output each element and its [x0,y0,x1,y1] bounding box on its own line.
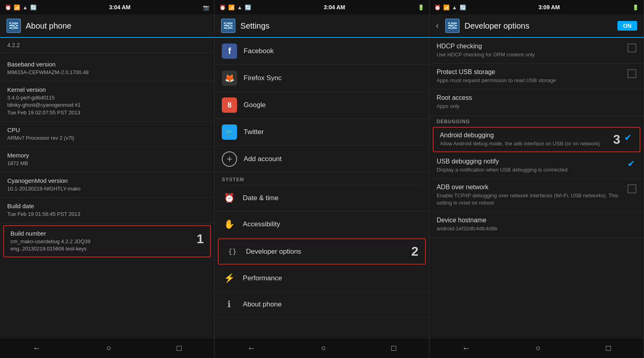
memory-value: 1872 MB [7,160,207,167]
kernel-label: Kernel version [7,86,207,93]
memory-item: Memory 1872 MB [0,147,214,172]
svg-rect-1 [9,25,18,26]
back-button-3[interactable]: ← [454,340,478,356]
panel2-title: Settings [240,21,269,31]
wifi-icon-3: 📶 [443,4,450,10]
version-number: 4.2.2 [0,38,214,53]
nav-bar-3: ← ○ □ [429,338,644,358]
cpu-label: CPU [7,126,207,133]
svg-point-15 [449,22,451,24]
protect-usb-text: Protect USB storage Apps must request pe… [437,68,623,84]
settings-icon-3 [445,19,460,33]
hdcp-item[interactable]: HDCP checking Use HDCP checking for DRM … [429,38,644,64]
status-bar-3: ⏰ 📶 ▲ 🔄 3:09 AM 🔋 [429,0,644,14]
signal-icon: ▲ [23,4,28,10]
about-list: Baseband version M9615A-CEFWMAZM-2.0.170… [0,53,214,338]
protect-usb-sub: Apps must request permission to read USB… [437,77,623,84]
svg-point-3 [11,22,13,24]
debugging-section-header: DEBUGGING [429,116,644,126]
adb-network-item[interactable]: ADB over network Enable TCP/IP debugging… [429,179,644,212]
kernel-item: Kernel version 3.4.0-perf-gd6d0115 blink… [0,81,214,122]
back-arrow-3[interactable]: ‹ [436,21,439,31]
alarm-icon-3: ⏰ [434,4,441,10]
status-icons-left-2: ⏰ 📶 ▲ 🔄 [219,4,251,10]
twitter-icon: 🐦 [222,124,237,140]
date-time-item[interactable]: ⏰ Date & time [215,185,429,211]
developer-options-panel: ⏰ 📶 ▲ 🔄 3:09 AM 🔋 ‹ Developer options ON [429,0,644,358]
date-time-icon: ⏰ [222,191,236,205]
usb-debug-checkmark: ✔ [627,159,635,169]
recent-button-2[interactable]: □ [383,340,404,356]
home-button-2[interactable]: ○ [313,340,334,356]
android-debugging-item[interactable]: Android debugging Allow Android debug mo… [433,127,640,152]
usb-debug-notify-checkbox[interactable]: ✔ [627,159,636,168]
hdcp-checkbox[interactable] [627,43,636,52]
developer-options-item[interactable]: {} Developer options 2 [218,238,425,265]
google-item[interactable]: 8 Google [215,92,429,119]
back-button-1[interactable]: ← [25,340,49,356]
add-account-icon: + [222,151,237,167]
developer-on-toggle[interactable]: ON [617,21,637,31]
nav-bar-1: ← ○ □ [0,338,214,358]
home-button-1[interactable]: ○ [98,340,119,356]
svg-point-16 [453,25,455,27]
status-icons-right-2: 🔋 [418,4,424,10]
settings-icon-1 [6,19,21,33]
build-date-label: Build date [7,203,207,209]
root-access-item[interactable]: Root access Apps only [429,89,644,115]
add-account-label: Add account [244,155,282,163]
device-hostname-text: Device hostname android-1ef32dfc4dfc4d9b [437,217,636,232]
step3-number: 3 [613,132,620,147]
about-phone-icon: ℹ [222,297,236,312]
on-toggle-container[interactable]: ON [617,22,637,29]
recent-button-3[interactable]: □ [598,340,619,356]
android-debugging-checkmark: ✔ [624,132,632,143]
cm-version-value: 10.1-20130219-NIGHTLY-mako [7,185,207,192]
svg-point-9 [225,22,227,24]
baseband-item: Baseband version M9615A-CEFWMAZM-2.0.170… [0,56,214,81]
performance-icon: ⚡ [222,271,236,286]
twitter-label: Twitter [244,128,264,136]
battery-icon-2: 🔋 [418,4,424,10]
developer-content: HDCP checking Use HDCP checking for DRM … [429,38,644,338]
device-hostname-item[interactable]: Device hostname android-1ef32dfc4dfc4d9b [429,212,644,238]
nav-bar-2: ← ○ □ [215,338,429,358]
android-debugging-checkbox[interactable]: ✔ [624,132,633,141]
usb-debug-notify-item[interactable]: USB debugging notify Display a notificat… [429,153,644,179]
performance-label: Performance [243,274,282,282]
about-phone-nav-label: About phone [243,300,281,308]
cpu-value: ARMv7 Processor rev 2 (v7l) [7,135,207,142]
protect-usb-item[interactable]: Protect USB storage Apps must request pe… [429,64,644,89]
home-button-3[interactable]: ○ [528,340,549,356]
accessibility-item[interactable]: ✋ Accessibility [215,211,429,238]
settings-icon-2 [221,19,235,33]
adb-network-checkbox[interactable] [627,184,636,193]
recent-button-1[interactable]: □ [169,340,190,356]
protect-usb-title: Protect USB storage [437,68,623,76]
build-number-label: Build number [10,230,204,237]
accessibility-icon: ✋ [222,217,236,232]
root-access-sub: Apps only [437,103,636,110]
settings-content: f Facebook 🦊 Firefox Sync 8 Google 🐦 Twi… [215,38,429,338]
developer-options-icon: {} [225,244,239,259]
twitter-item[interactable]: 🐦 Twitter [215,119,429,146]
about-phone-nav-item[interactable]: ℹ About phone [215,292,429,318]
wifi-icon-2: 📶 [228,4,235,10]
sync-icon-3: 🔄 [460,4,466,10]
status-bar-1: ⏰ 📶 ▲ 🔄 3:04 AM 📷 [0,0,214,14]
performance-item[interactable]: ⚡ Performance [215,265,429,292]
add-account-item[interactable]: + Add account [215,146,429,173]
protect-usb-checkbox[interactable] [627,69,636,78]
memory-label: Memory [7,152,207,159]
google-icon: 8 [222,97,237,113]
svg-point-4 [14,25,17,27]
facebook-item[interactable]: f Facebook [215,38,429,65]
step1-number: 1 [197,232,204,246]
back-button-2[interactable]: ← [239,340,264,356]
about-phone-panel: ⏰ 📶 ▲ 🔄 3:04 AM 📷 About phone 4.2.2 [0,0,215,358]
build-number-item[interactable]: 1 Build number cm_mako-userdebug 4.2.2 J… [3,225,211,257]
system-section-header: SYSTEM [215,173,429,185]
google-label: Google [244,101,266,109]
build-number-value: cm_mako-userdebug 4.2.2 JDQ39 eng..20130… [10,238,204,252]
firefox-item[interactable]: 🦊 Firefox Sync [215,65,429,92]
